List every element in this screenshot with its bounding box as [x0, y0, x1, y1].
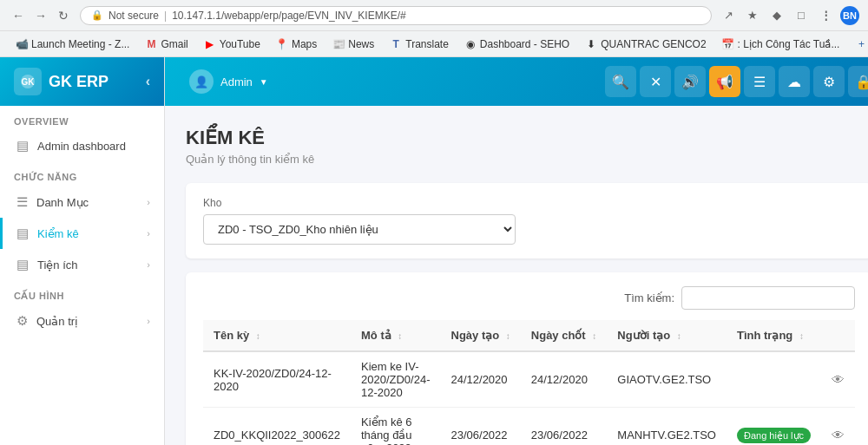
- cell-tinh-trang: [727, 351, 821, 408]
- sort-mo-ta-icon[interactable]: ↕: [398, 331, 402, 341]
- view-icon[interactable]: 👁: [832, 428, 845, 442]
- forward-button[interactable]: →: [31, 6, 50, 25]
- youtube-icon: ▶: [204, 38, 216, 50]
- table-row: KK-IV-2020/ZD0/24-12-2020Kiem ke IV-2020…: [203, 351, 855, 408]
- menu-dots-button[interactable]: ☰: [744, 66, 775, 97]
- nav-icons: 🔍 ✕ 🔊 📢 ☰ ☁ ⚙ 🔒: [605, 66, 868, 97]
- main-content: KIỂM KÊ Quản lý thông tin kiểm kê Kho ZD…: [165, 106, 868, 445]
- search-button[interactable]: 🔍: [605, 66, 636, 97]
- col-mo-ta: Mô tả ↕: [351, 320, 441, 351]
- notification-button[interactable]: 📢: [709, 66, 740, 97]
- sidebar-item-tien-ich[interactable]: ▤ Tiện ích ›: [0, 249, 164, 280]
- filter-card: Kho ZD0 - TSO_ZD0_Kho nhiên liệu: [186, 183, 868, 258]
- bookmark-hethong[interactable]: + He thong QLKT: [848, 36, 868, 52]
- cell-action[interactable]: 👁: [821, 351, 855, 408]
- view-icon[interactable]: 👁: [832, 372, 845, 387]
- data-card: Tìm kiếm: Tên kỳ ↕ Mô tả ↕: [186, 272, 868, 445]
- sidebar-logo: GK GK ERP ‹: [0, 57, 164, 106]
- address-bar[interactable]: 🔒 Not secure | 10.147.1.1/webapp/erp/pag…: [80, 6, 712, 25]
- sidebar-toggle[interactable]: ‹: [146, 74, 150, 89]
- section-chucnang-label: CHỨC NĂNG: [0, 161, 164, 187]
- bookmark-dashboard-label: Dashboard - SEHO: [480, 38, 569, 50]
- cloud-button[interactable]: ☁: [779, 66, 810, 97]
- separator: |: [164, 10, 167, 22]
- sidebar-item-kiem-ke-label: Kiểm kê: [37, 227, 138, 240]
- sort-ten-ky-icon[interactable]: ↕: [256, 331, 260, 341]
- page-title: KIỂM KÊ: [186, 127, 868, 149]
- browser-bar: ← → ↻ 🔒 Not secure | 10.147.1.1/webapp/e…: [0, 0, 868, 31]
- bookmark-button[interactable]: ★: [743, 6, 762, 25]
- nav-buttons: ← → ↻: [9, 6, 73, 25]
- bookmark-quantrac[interactable]: ⬇ QUANTRAC GENCO2: [578, 36, 713, 52]
- bookmark-news[interactable]: 📰 News: [326, 36, 381, 52]
- data-table: Tên kỳ ↕ Mô tả ↕ Ngày tạo ↕: [203, 320, 855, 445]
- right-panel: 👤 Admin ▼ 🔍 ✕ 🔊 📢 ☰ ☁ ⚙ 🔒 KIỂM KÊ Quản l…: [165, 57, 868, 445]
- danh-muc-arrow: ›: [147, 197, 150, 207]
- cell-mo-ta: Kiem ke IV-2020/ZD0/24-12-2020: [351, 351, 441, 408]
- bookmark-maps-label: Maps: [292, 38, 317, 50]
- cell-action[interactable]: 👁: [821, 408, 855, 446]
- search-bar: Tìm kiếm:: [203, 286, 855, 310]
- page-subtitle: Quản lý thông tin kiểm kê: [186, 153, 868, 166]
- sort-tinh-trang-icon[interactable]: ↕: [799, 331, 804, 341]
- bookmark-maps[interactable]: 📍 Maps: [269, 36, 324, 52]
- bookmark-youtube[interactable]: ▶ YouTube: [197, 36, 267, 52]
- table-header-row: Tên kỳ ↕ Mô tả ↕ Ngày tạo ↕: [203, 320, 855, 351]
- sort-nguoi-tao-icon[interactable]: ↕: [677, 331, 681, 341]
- cell-ngay-tao: 24/12/2020: [441, 351, 521, 408]
- cell-ngay-chot: 24/12/2020: [521, 351, 608, 408]
- window-button[interactable]: □: [792, 6, 811, 25]
- cell-mo-ta: Kiểm kê 6 tháng đầu năm 2022: [351, 408, 441, 446]
- dashboard-icon: ◉: [464, 38, 477, 50]
- bookmark-dashboard[interactable]: ◉ Dashboard - SEHO: [457, 36, 576, 52]
- address-text: 10.147.1.1/webapp/erp/page/EVN_INV_KIEMK…: [172, 10, 406, 22]
- sidebar-item-danh-muc-label: Danh Mục: [36, 196, 138, 209]
- translate-icon: T: [390, 38, 402, 50]
- admin-label: Admin: [220, 75, 253, 88]
- bookmark-launch[interactable]: 📹 Launch Meeting - Z...: [9, 36, 136, 52]
- bookmark-gmail-label: Gmail: [161, 38, 187, 50]
- maps-icon: 📍: [276, 38, 288, 50]
- logo-text: GK ERP: [49, 73, 108, 91]
- lock-button[interactable]: 🔒: [848, 66, 868, 97]
- sidebar-item-admin-dashboard[interactable]: ▤ Admin dashboard: [0, 130, 164, 161]
- sort-ngay-chot-icon[interactable]: ↕: [592, 331, 596, 341]
- sort-ngay-tao-icon[interactable]: ↕: [506, 331, 510, 341]
- security-icon: 🔒: [91, 10, 103, 21]
- admin-dropdown-icon: ▼: [260, 77, 268, 87]
- col-ngay-chot: Ngày chốt ↕: [521, 320, 608, 351]
- bookmark-lich[interactable]: 📅 : Lịch Công Tác Tuầ...: [715, 36, 847, 52]
- col-tinh-trang: Tình trạng ↕: [727, 320, 821, 351]
- back-button[interactable]: ←: [9, 6, 28, 25]
- sound-button[interactable]: 🔊: [674, 66, 706, 97]
- bookmark-gmail[interactable]: M Gmail: [138, 36, 194, 52]
- sidebar-item-kiem-ke[interactable]: ▤ Kiểm kê ›: [0, 218, 164, 249]
- col-action: [821, 320, 855, 351]
- cell-nguoi-tao: MANHTV.GE2.TSO: [607, 408, 727, 446]
- security-label: Not secure: [108, 10, 159, 22]
- kho-select[interactable]: ZD0 - TSO_ZD0_Kho nhiên liệu: [203, 214, 516, 245]
- extension-button[interactable]: ◆: [767, 6, 786, 25]
- bookmarks-bar: 📹 Launch Meeting - Z... M Gmail ▶ YouTub…: [0, 31, 868, 57]
- avatar-button[interactable]: BN: [840, 6, 859, 25]
- cell-tinh-trang: Đang hiệu lực: [727, 408, 821, 446]
- section-cauhinh-label: CẤU HÌNH: [0, 280, 164, 305]
- admin-menu[interactable]: 👤 Admin ▼: [179, 66, 279, 97]
- tien-ich-icon: ▤: [16, 257, 29, 272]
- admin-dashboard-icon: ▤: [16, 138, 29, 154]
- bookmark-translate[interactable]: T Translate: [383, 36, 456, 52]
- refresh-button[interactable]: ↻: [54, 6, 73, 25]
- col-ngay-tao: Ngày tạo ↕: [441, 320, 521, 351]
- kiem-ke-icon: ▤: [16, 226, 29, 241]
- settings-button[interactable]: ⚙: [813, 66, 845, 97]
- col-nguoi-tao: Người tạo ↕: [607, 320, 727, 351]
- close-button[interactable]: ✕: [640, 66, 671, 97]
- menu-button[interactable]: ⋮: [816, 6, 835, 25]
- bookmark-launch-label: Launch Meeting - Z...: [31, 38, 129, 50]
- sidebar-item-quan-tri[interactable]: ⚙ Quản trị ›: [0, 305, 164, 337]
- quantrac-icon: ⬇: [585, 38, 597, 50]
- sidebar-item-danh-muc[interactable]: ☰ Danh Mục ›: [0, 187, 164, 218]
- search-label: Tìm kiếm:: [624, 291, 674, 304]
- search-input[interactable]: [681, 286, 855, 310]
- share-button[interactable]: ↗: [719, 6, 738, 25]
